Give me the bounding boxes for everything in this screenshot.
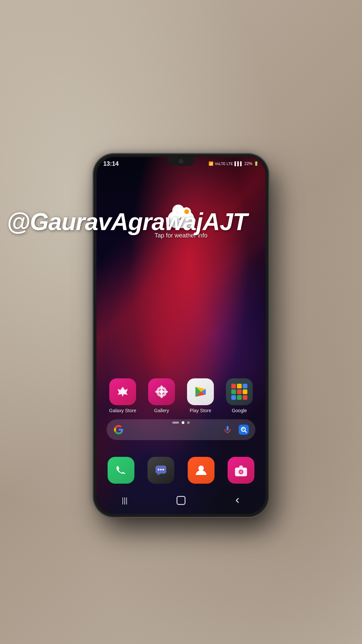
svg-point-16	[160, 469, 162, 471]
galaxy-store-icon	[109, 378, 136, 405]
dock-camera[interactable]	[224, 457, 259, 484]
home-button[interactable]	[171, 494, 191, 507]
signal-bars: ▌▌▌	[234, 161, 243, 166]
camera-app-icon	[228, 457, 254, 484]
app-play-store[interactable]: Play Store	[184, 378, 217, 413]
battery-percent: 22%	[244, 161, 252, 166]
gallery-label: Gallery	[154, 408, 169, 413]
svg-point-21	[240, 471, 242, 473]
google-app-icon	[226, 378, 253, 405]
svg-point-22	[244, 469, 246, 471]
play-store-icon	[187, 378, 214, 405]
svg-point-18	[198, 466, 204, 471]
svg-point-7	[160, 393, 163, 398]
notch	[168, 157, 194, 166]
wifi-icon: 📶	[208, 161, 214, 166]
battery-icon: 🔋	[254, 161, 259, 166]
svg-rect-23	[177, 496, 185, 504]
svg-point-4	[121, 390, 125, 394]
svg-point-17	[163, 469, 164, 471]
signal-text: VoLTE LTE	[215, 162, 233, 166]
google-label: Google	[232, 408, 247, 413]
app-dock	[103, 457, 259, 484]
play-store-label: Play Store	[190, 408, 212, 413]
dock-contacts[interactable]	[183, 457, 219, 484]
contacts-app-icon	[188, 457, 215, 484]
recents-button[interactable]: |||	[115, 494, 135, 507]
app-galaxy-store[interactable]: Galaxy Store	[107, 378, 139, 413]
dock-phone[interactable]	[103, 457, 139, 484]
svg-point-6	[160, 385, 163, 390]
app-grid: Galaxy Store	[107, 378, 255, 413]
back-button[interactable]	[227, 494, 247, 507]
galaxy-store-label: Galaxy Store	[109, 408, 136, 413]
status-icons: 📶 VoLTE LTE ▌▌▌ 22% 🔋	[208, 161, 259, 166]
svg-point-9	[163, 390, 168, 393]
page-dot-3	[187, 421, 190, 424]
page-dot-1	[172, 422, 179, 424]
page-dot-2	[182, 421, 184, 424]
navigation-bar: |||	[97, 490, 265, 514]
google-g-logo	[113, 424, 125, 436]
lens-search-icon[interactable]	[238, 424, 249, 435]
app-google[interactable]: Google	[223, 378, 255, 413]
svg-point-15	[158, 469, 160, 471]
app-gallery[interactable]: Gallery	[145, 378, 178, 413]
watermark-text: @GauravAgrawajAJT	[7, 208, 247, 235]
gallery-icon	[148, 378, 175, 405]
phone-app-icon	[108, 457, 134, 484]
google-grid-icon	[229, 381, 250, 402]
status-time: 13:14	[103, 160, 119, 167]
dock-messages[interactable]	[143, 457, 179, 484]
messages-app-icon	[147, 457, 174, 484]
svg-point-5	[160, 390, 164, 394]
voice-search-icon[interactable]	[222, 424, 233, 435]
page-indicator	[172, 421, 190, 424]
svg-point-8	[155, 390, 160, 393]
search-action-icons	[222, 424, 249, 435]
